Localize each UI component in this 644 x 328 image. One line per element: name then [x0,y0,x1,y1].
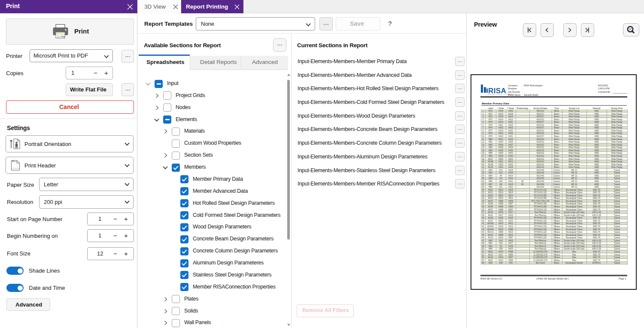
svg-text:Risa: Risa [12,161,15,162]
svg-text:risa: risa [61,35,65,38]
